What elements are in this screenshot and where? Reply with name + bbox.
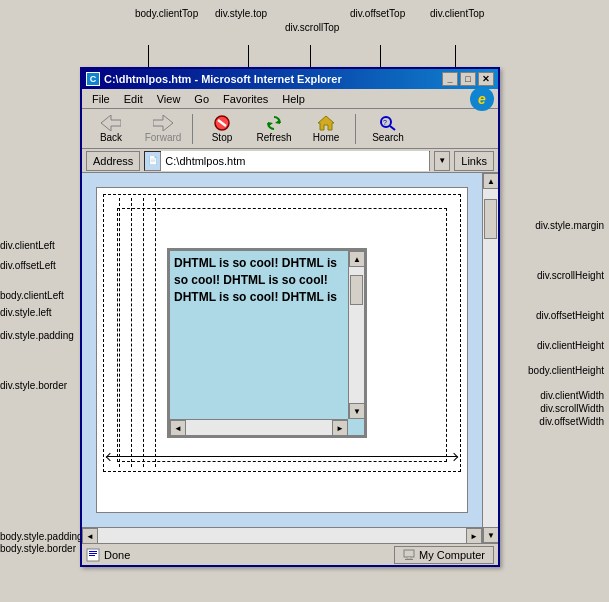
label-div-scroll-height: div.scrollHeight	[537, 270, 604, 281]
refresh-icon	[265, 115, 283, 131]
forward-icon	[153, 115, 173, 131]
title-bar: C C:\dhtmlpos.htm - Microsoft Internet E…	[82, 69, 498, 89]
label-div-style-top: div.style.top	[215, 8, 267, 19]
status-done: Done	[104, 549, 130, 561]
home-button[interactable]: Home	[301, 111, 351, 147]
toolbar-separator-2	[355, 114, 356, 144]
main-scrollbar-h[interactable]: ◄ ►	[82, 527, 482, 543]
label-body-client-left: body.clientLeft	[0, 290, 64, 301]
label-body-style-border: body.style.border	[0, 543, 76, 554]
inner-scroll-track-h	[186, 420, 332, 435]
stop-label: Stop	[212, 132, 233, 143]
inner-scroll-thumb-v[interactable]	[350, 275, 363, 305]
v-line-left-3	[143, 198, 144, 467]
main-scrollbar-v[interactable]: ▲ ▼	[482, 173, 498, 543]
inner-scroll-down[interactable]: ▼	[349, 403, 365, 419]
connector-div-style-top	[248, 45, 249, 67]
search-label: Search	[372, 132, 404, 143]
label-div-client-width: div.clientWidth	[540, 390, 604, 401]
label-body-style-padding: body.style.padding	[0, 531, 83, 542]
main-scroll-down[interactable]: ▼	[483, 527, 498, 543]
back-button[interactable]: Back	[86, 111, 136, 147]
status-bar: Done My Computer	[82, 543, 498, 565]
label-div-offset-top: div.offsetTop	[350, 8, 405, 19]
svg-line-8	[390, 126, 395, 130]
menu-edit[interactable]: Edit	[118, 91, 149, 107]
close-button[interactable]: ✕	[478, 72, 494, 86]
main-scroll-up[interactable]: ▲	[483, 173, 498, 189]
label-div-style-border: div.style.border	[0, 380, 67, 391]
forward-button[interactable]: Forward	[138, 111, 188, 147]
svg-text:?: ?	[383, 119, 387, 126]
label-div-client-left: div.clientLeft	[0, 240, 55, 251]
menu-go[interactable]: Go	[188, 91, 215, 107]
label-div-style-margin: div.style.margin	[535, 220, 604, 231]
address-dropdown[interactable]: ▼	[434, 151, 450, 171]
body-client-width-line	[107, 456, 457, 457]
status-zone: My Computer	[394, 546, 494, 564]
svg-marker-0	[101, 115, 121, 131]
menu-view[interactable]: View	[151, 91, 187, 107]
v-line-left-2	[131, 198, 132, 467]
label-body-client-height: body.clientHeight	[528, 365, 604, 376]
browser-window: C C:\dhtmlpos.htm - Microsoft Internet E…	[80, 67, 500, 567]
div-content-text: DHTML is so cool! DHTML is so cool! DHTM…	[170, 251, 348, 309]
toolbar-separator-1	[192, 114, 193, 144]
minimize-button[interactable]: _	[442, 72, 458, 86]
window-title: C:\dhtmlpos.htm - Microsoft Internet Exp…	[104, 73, 342, 85]
back-icon	[101, 115, 121, 131]
back-label: Back	[100, 132, 122, 143]
label-div-client-top2: div.clientTop	[430, 8, 484, 19]
inner-scroll-up[interactable]: ▲	[349, 251, 365, 267]
home-label: Home	[313, 132, 340, 143]
label-div-scroll-top: div.scrollTop	[285, 22, 339, 33]
inner-scroll-left[interactable]: ◄	[170, 420, 186, 436]
browser-icon: C	[86, 72, 100, 86]
search-button[interactable]: ? Search	[360, 111, 416, 147]
main-scroll-track-h	[98, 528, 466, 543]
inner-div: DHTML is so cool! DHTML is so cool! DHTM…	[167, 248, 367, 438]
page-white-area: DHTML is so cool! DHTML is so cool! DHTM…	[96, 187, 468, 513]
address-page-icon: 📄	[145, 152, 161, 170]
ie-logo: e	[470, 87, 494, 111]
title-buttons: _ □ ✕	[442, 72, 494, 86]
connector-div-client-top2	[455, 45, 456, 67]
maximize-button[interactable]: □	[460, 72, 476, 86]
refresh-label: Refresh	[256, 132, 291, 143]
main-scroll-right[interactable]: ►	[466, 528, 482, 543]
connector-body-client-top	[148, 45, 149, 67]
label-div-offset-width: div.offsetWidth	[539, 416, 604, 427]
menu-favorites[interactable]: Favorites	[217, 91, 274, 107]
inner-div-scrollbar-v[interactable]: ▲ ▼	[348, 251, 364, 419]
page-background: DHTML is so cool! DHTML is so cool! DHTM…	[82, 173, 482, 527]
address-label: Address	[86, 151, 140, 171]
svg-marker-5	[268, 122, 273, 127]
main-scroll-track-v	[483, 189, 498, 527]
svg-rect-15	[407, 557, 411, 559]
menu-help[interactable]: Help	[276, 91, 311, 107]
svg-rect-14	[404, 550, 414, 557]
address-input[interactable]: C:\dhtmlpos.htm	[161, 151, 429, 171]
stop-icon	[213, 115, 231, 131]
menu-bar: File Edit View Go Favorites Help e	[82, 89, 498, 109]
main-scroll-left[interactable]: ◄	[82, 528, 98, 543]
links-button[interactable]: Links	[454, 151, 494, 171]
stop-button[interactable]: Stop	[197, 111, 247, 147]
label-div-style-left: div.style.left	[0, 307, 52, 318]
svg-marker-4	[275, 119, 280, 124]
label-div-offset-left: div.offsetLeft	[0, 260, 56, 271]
svg-rect-11	[89, 551, 97, 552]
label-div-offset-height: div.offsetHeight	[536, 310, 604, 321]
inner-scroll-right[interactable]: ►	[332, 420, 348, 436]
status-page-icon	[86, 548, 100, 562]
menu-file[interactable]: File	[86, 91, 116, 107]
v-line-left-1	[119, 198, 120, 467]
svg-marker-1	[153, 115, 173, 131]
inner-div-scrollbar-h[interactable]: ◄ ►	[170, 419, 348, 435]
status-zone-text: My Computer	[419, 549, 485, 561]
label-div-client-height: div.clientHeight	[537, 340, 604, 351]
home-icon	[317, 115, 335, 131]
label-body-client-top: body.clientTop	[135, 8, 198, 19]
main-scroll-thumb-v[interactable]	[484, 199, 497, 239]
refresh-button[interactable]: Refresh	[249, 111, 299, 147]
